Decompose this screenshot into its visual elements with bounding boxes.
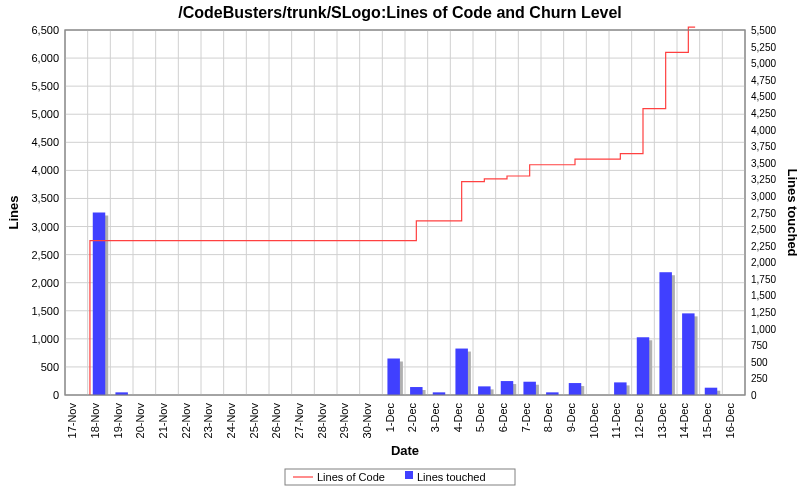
legend-item-lines-of-code: Lines of Code [317,471,385,483]
svg-text:1,500: 1,500 [751,290,776,301]
svg-text:3,500: 3,500 [751,158,776,169]
bar [501,381,513,395]
x-tick-label: 18-Nov [89,403,101,439]
svg-text:4,500: 4,500 [751,91,776,102]
y-axis-left-label: Lines [6,196,21,230]
x-tick-label: 23-Nov [202,403,214,439]
chart-container: 05001,0001,5002,0002,5003,0003,5004,0004… [0,0,800,500]
svg-text:750: 750 [751,340,768,351]
svg-text:1,500: 1,500 [31,305,59,317]
bar [682,313,694,395]
svg-text:1,250: 1,250 [751,307,776,318]
bar [659,272,671,395]
svg-text:5,000: 5,000 [751,58,776,69]
bar [705,388,717,395]
bar [93,213,105,396]
x-tick-label: 16-Dec [724,403,736,439]
svg-text:5,000: 5,000 [31,108,59,120]
x-axis-label: Date [391,443,419,458]
x-tick-label: 10-Dec [588,403,600,439]
svg-text:1,000: 1,000 [31,333,59,345]
x-tick-label: 20-Nov [134,403,146,439]
svg-text:4,750: 4,750 [751,75,776,86]
svg-text:2,500: 2,500 [751,224,776,235]
x-tick-label: 13-Dec [656,403,668,439]
x-tick-label: 4-Dec [452,403,464,433]
svg-text:3,000: 3,000 [751,191,776,202]
x-tick-label: 25-Nov [248,403,260,439]
x-tick-label: 2-Dec [406,403,418,433]
chart-title: /CodeBusters/trunk/SLogo:Lines of Code a… [178,4,622,21]
svg-text:3,250: 3,250 [751,174,776,185]
svg-text:3,000: 3,000 [31,221,59,233]
svg-text:2,000: 2,000 [751,257,776,268]
svg-text:500: 500 [751,357,768,368]
x-tick-label: 28-Nov [316,403,328,439]
svg-text:0: 0 [751,390,757,401]
bar [614,382,626,395]
x-tick-label: 14-Dec [678,403,690,439]
svg-text:2,500: 2,500 [31,249,59,261]
x-tick-label: 30-Nov [361,403,373,439]
x-tick-label: 15-Dec [701,403,713,439]
x-tick-label: 7-Dec [520,403,532,433]
x-tick-label: 8-Dec [542,403,554,433]
svg-text:250: 250 [751,373,768,384]
bar [523,382,535,395]
x-tick-label: 5-Dec [474,403,486,433]
bar [387,359,399,396]
x-tick-label: 1-Dec [384,403,396,433]
svg-text:3,500: 3,500 [31,192,59,204]
x-tick-label: 24-Nov [225,403,237,439]
svg-text:2,750: 2,750 [751,208,776,219]
svg-text:4,000: 4,000 [751,125,776,136]
y-axis-right-label: Lines touched [785,168,800,256]
bar [410,387,422,395]
svg-text:3,750: 3,750 [751,141,776,152]
chart-svg: 05001,0001,5002,0002,5003,0003,5004,0004… [0,0,800,500]
svg-text:500: 500 [41,361,59,373]
svg-text:0: 0 [53,389,59,401]
svg-text:4,500: 4,500 [31,136,59,148]
x-tick-label: 27-Nov [293,403,305,439]
bar [637,337,649,395]
svg-text:2,000: 2,000 [31,277,59,289]
svg-text:1,000: 1,000 [751,324,776,335]
x-tick-label: 19-Nov [112,403,124,439]
bar [455,349,467,395]
bar [569,383,581,395]
x-tick-label: 3-Dec [429,403,441,433]
svg-text:5,250: 5,250 [751,42,776,53]
svg-text:1,750: 1,750 [751,274,776,285]
svg-text:5,500: 5,500 [751,25,776,36]
svg-text:4,000: 4,000 [31,164,59,176]
svg-text:2,250: 2,250 [751,241,776,252]
svg-text:5,500: 5,500 [31,80,59,92]
x-tick-label: 11-Dec [610,403,622,439]
x-tick-label: 6-Dec [497,403,509,433]
legend-item-lines-touched: Lines touched [417,471,486,483]
x-tick-label: 29-Nov [338,403,350,439]
x-tick-label: 12-Dec [633,403,645,439]
svg-text:4,250: 4,250 [751,108,776,119]
svg-rect-102 [405,471,413,479]
svg-text:6,500: 6,500 [31,24,59,36]
x-tick-label: 26-Nov [270,403,282,439]
x-tick-label: 17-Nov [66,403,78,439]
bar [478,386,490,395]
x-tick-label: 22-Nov [180,403,192,439]
svg-text:6,000: 6,000 [31,52,59,64]
x-tick-label: 21-Nov [157,403,169,439]
x-tick-label: 9-Dec [565,403,577,433]
